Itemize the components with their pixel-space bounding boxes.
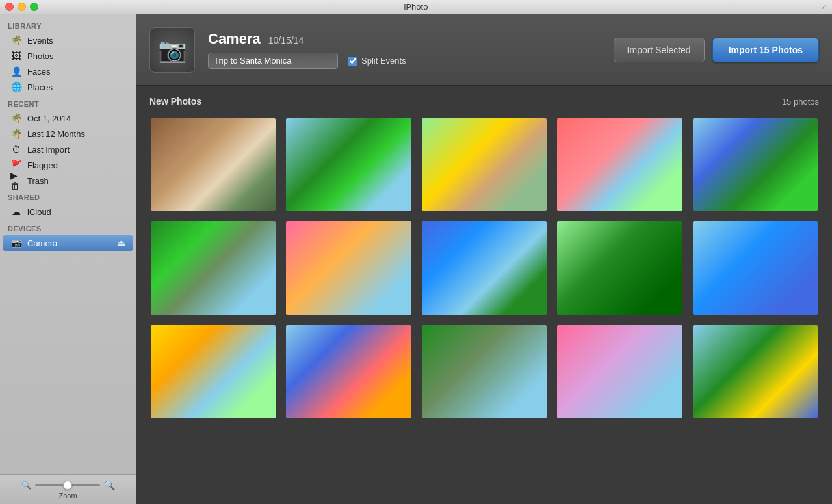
photo-inner-8 xyxy=(422,221,547,314)
sidebar-item-trash[interactable]: ▶ 🗑 Trash xyxy=(3,173,133,188)
close-button[interactable] xyxy=(5,3,14,11)
faces-icon: 👤 xyxy=(10,66,22,77)
lastimport-icon: ⏱ xyxy=(10,144,22,155)
import-header: 📷 Camera 10/15/14 Split Events Import Se… xyxy=(136,14,832,86)
icloud-icon: ☁ xyxy=(10,206,22,218)
zoom-in-icon: 🔍 xyxy=(104,480,115,490)
photos-icon: 🖼 xyxy=(10,50,22,62)
sidebar-item-faces[interactable]: 👤 Faces xyxy=(3,64,133,79)
main-layout: LIBRARY 🌴 Events 🖼 Photos 👤 Faces 🌐 Plac… xyxy=(0,14,832,504)
photo-inner-13 xyxy=(422,325,547,418)
sidebar-item-last12[interactable]: 🌴 Last 12 Months xyxy=(3,126,133,142)
minimize-button[interactable] xyxy=(18,3,26,11)
flagged-icon: 🚩 xyxy=(10,159,22,171)
events-icon: 🌴 xyxy=(10,34,22,46)
library-section-label: LIBRARY xyxy=(0,17,136,32)
last12-icon: 🌴 xyxy=(10,128,22,140)
zoom-out-icon: 🔍 xyxy=(21,481,31,490)
trash-label: Trash xyxy=(27,176,49,186)
split-events-checkbox[interactable] xyxy=(348,57,358,66)
photo-thumb-12[interactable] xyxy=(285,324,412,420)
split-events-label: Split Events xyxy=(361,56,406,66)
photo-thumb-15[interactable] xyxy=(692,324,819,420)
sidebar-item-flagged[interactable]: 🚩 Flagged xyxy=(3,157,133,173)
window-title: iPhoto xyxy=(404,2,428,12)
zoom-wrap: 🔍 🔍 Zoom xyxy=(21,480,115,499)
places-label: Places xyxy=(27,82,53,92)
camera-device-icon: 📷 xyxy=(150,27,195,73)
photo-inner-4 xyxy=(557,118,682,211)
photo-thumb-2[interactable] xyxy=(285,117,412,212)
titlebar: iPhoto ⤢ xyxy=(0,0,832,14)
photos-header: New Photos 15 photos xyxy=(150,96,819,107)
import-selected-button[interactable]: Import Selected xyxy=(614,38,705,62)
photo-inner-7 xyxy=(286,221,411,314)
photo-thumb-4[interactable] xyxy=(556,117,683,212)
photo-inner-5 xyxy=(693,118,818,211)
icloud-label: iCloud xyxy=(27,207,51,217)
sidebar-item-oct[interactable]: 🌴 Oct 1, 2014 xyxy=(3,110,133,126)
sidebar-item-lastimport[interactable]: ⏱ Last Import xyxy=(3,142,133,157)
flagged-label: Flagged xyxy=(27,160,58,170)
sidebar-item-places[interactable]: 🌐 Places xyxy=(3,79,133,95)
photo-thumb-13[interactable] xyxy=(421,324,548,420)
photo-inner-1 xyxy=(151,118,276,211)
faces-label: Faces xyxy=(27,67,50,77)
oct-label: Oct 1, 2014 xyxy=(27,114,71,123)
sidebar-item-events[interactable]: 🌴 Events xyxy=(3,32,133,48)
resize-icon: ⤢ xyxy=(821,3,827,11)
recent-section-label: RECENT xyxy=(0,95,136,110)
sidebar-item-icloud[interactable]: ☁ iCloud xyxy=(3,204,133,220)
import-all-button[interactable]: Import 15 Photos xyxy=(712,38,819,62)
photo-thumb-3[interactable] xyxy=(421,117,548,212)
photos-label: Photos xyxy=(27,51,53,61)
photo-thumb-8[interactable] xyxy=(421,220,548,316)
photo-thumb-14[interactable] xyxy=(556,324,683,420)
zoom-label: Zoom xyxy=(58,492,77,499)
photos-area: New Photos 15 photos xyxy=(136,86,832,504)
photo-inner-15 xyxy=(693,325,818,418)
photo-inner-12 xyxy=(286,325,411,418)
photo-thumb-6[interactable] xyxy=(150,220,277,316)
zoom-slider[interactable] xyxy=(35,484,100,486)
trash-icon: ▶ 🗑 xyxy=(10,175,22,186)
event-name-input[interactable] xyxy=(208,53,338,69)
photo-inner-10 xyxy=(693,221,818,314)
photo-inner-2 xyxy=(286,118,411,211)
photo-thumb-5[interactable] xyxy=(692,117,819,212)
photo-thumb-1[interactable] xyxy=(150,117,277,212)
split-events-toggle[interactable]: Split Events xyxy=(348,56,406,66)
sidebar-bottom-space xyxy=(0,251,136,474)
photo-inner-9 xyxy=(557,221,682,314)
camera-sidebar-label: Camera xyxy=(27,238,57,248)
photos-grid xyxy=(150,117,819,420)
traffic-lights xyxy=(5,3,38,11)
oct-icon: 🌴 xyxy=(10,112,22,124)
camera-eject-icon[interactable]: ⏏ xyxy=(117,238,125,248)
photo-thumb-9[interactable] xyxy=(556,220,683,316)
sidebar-item-photos[interactable]: 🖼 Photos xyxy=(3,48,133,64)
shared-section-label: SHARED xyxy=(0,188,136,204)
photo-inner-14 xyxy=(557,325,682,418)
photo-inner-6 xyxy=(151,221,276,314)
lastimport-label: Last Import xyxy=(27,145,70,155)
new-photos-label: New Photos xyxy=(150,96,202,107)
import-buttons: Import Selected Import 15 Photos xyxy=(614,38,819,62)
photo-inner-11 xyxy=(151,325,276,418)
photo-inner-3 xyxy=(422,118,547,211)
devices-section-label: DEVICES xyxy=(0,220,136,235)
last12-label: Last 12 Months xyxy=(27,129,85,139)
sidebar-item-camera[interactable]: 📷 Camera ⏏ xyxy=(3,235,133,251)
photo-thumb-11[interactable] xyxy=(150,324,277,420)
camera-info: Camera 10/15/14 Split Events xyxy=(208,31,601,69)
photos-count: 15 photos xyxy=(782,97,819,107)
camera-name: Camera xyxy=(208,31,261,47)
maximize-button[interactable] xyxy=(30,3,38,11)
places-icon: 🌐 xyxy=(10,81,22,93)
photo-thumb-7[interactable] xyxy=(285,220,412,316)
zoom-bar: 🔍 🔍 Zoom xyxy=(0,474,136,504)
photo-thumb-10[interactable] xyxy=(692,220,819,316)
camera-sidebar-icon: 📷 xyxy=(10,237,22,249)
camera-title-row: Camera 10/15/14 xyxy=(208,31,601,47)
content-area: 📷 Camera 10/15/14 Split Events Import Se… xyxy=(136,14,832,504)
